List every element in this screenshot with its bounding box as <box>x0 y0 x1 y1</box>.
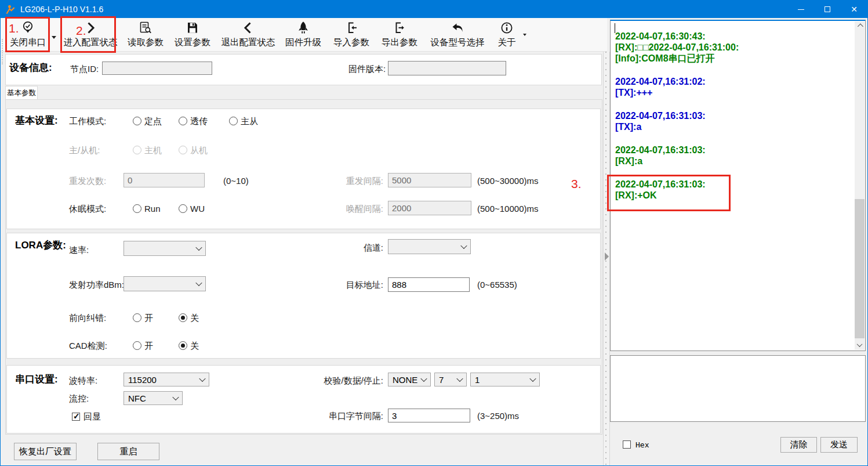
import-icon <box>344 20 359 36</box>
sleep-mode-radio-wu[interactable] <box>179 204 187 213</box>
tab-basic-params[interactable]: 基本参数 <box>5 86 38 100</box>
close-button[interactable]: ✕ <box>841 1 867 18</box>
app-logo-icon <box>5 4 16 15</box>
device-info-title: 设备信息: <box>9 61 52 74</box>
window-title: LG206-L-P-H10 V1.1.6 <box>20 5 103 14</box>
sleep-mode-radio-run[interactable] <box>133 204 141 213</box>
app-window: LG206-L-P-H10 V1.1.6 ✕ 关闭串口 进入配置状态 <box>0 0 868 466</box>
hex-checkbox[interactable] <box>623 440 631 449</box>
wake-interval-hint: (500~10000)ms <box>477 204 538 214</box>
maximize-button[interactable] <box>814 1 841 18</box>
flow-control-select[interactable]: NFC <box>124 391 183 405</box>
resend-interval-hint: (500~30000)ms <box>477 176 538 186</box>
cad-label: CAD检测: <box>69 341 107 352</box>
wake-interval-field: 2000 <box>388 201 471 215</box>
log-entry: 2022-04-07,16:31:03:[RX]:a <box>615 145 851 167</box>
lora-params-group <box>6 233 601 359</box>
send-button[interactable]: 发送 <box>820 437 858 453</box>
chevron-down-icon <box>172 394 179 400</box>
chevron-down-icon <box>456 375 463 382</box>
channel-label: 信道: <box>319 243 383 254</box>
stop-bits-select[interactable]: 1 <box>470 373 540 386</box>
sleep-mode-option-wu-label: WU <box>190 204 205 214</box>
annotation-box-3 <box>607 175 731 211</box>
work-mode-radio-fixed[interactable] <box>133 117 141 125</box>
maximize-icon <box>825 6 830 12</box>
scroll-down-arrow-icon[interactable] <box>855 340 865 350</box>
fec-label: 前向纠错: <box>69 313 106 324</box>
channel-select[interactable] <box>388 239 471 254</box>
clear-button[interactable]: 清除 <box>780 437 817 453</box>
target-address-field[interactable]: 888 <box>388 277 470 292</box>
restart-button[interactable]: 重启 <box>97 443 159 460</box>
fec-radio-on[interactable] <box>133 313 141 322</box>
titlebar: LG206-L-P-H10 V1.1.6 ✕ <box>1 1 867 18</box>
slave-radio <box>179 146 187 154</box>
data-bits-select[interactable]: 7 <box>434 373 467 386</box>
toolbar-button-about[interactable]: 关于 <box>495 20 519 50</box>
master-option-label: 主机 <box>144 145 162 156</box>
splitter-collapse-arrow-icon[interactable] <box>605 252 609 261</box>
echo-checkbox[interactable] <box>72 413 80 421</box>
save-icon <box>185 20 200 36</box>
document-search-icon <box>138 20 153 36</box>
firmware-version-field[interactable] <box>388 61 506 75</box>
toolbar-grip[interactable] <box>2 39 4 64</box>
flow-control-label: 流控: <box>69 393 89 404</box>
work-mode-option-master-slave-label: 主从 <box>241 116 258 127</box>
toolbar-button-exit-config[interactable]: 退出配置状态 <box>219 20 277 50</box>
factory-reset-button[interactable]: 恢复出厂设置 <box>14 443 77 460</box>
rate-select[interactable] <box>124 241 206 256</box>
chevron-down-icon <box>199 375 205 382</box>
close-serial-dropdown-caret-icon[interactable] <box>52 36 56 39</box>
baud-rate-select[interactable]: 115200 <box>124 373 209 386</box>
toolbar-button-firmware-upgrade[interactable]: 固件升级 <box>282 20 324 50</box>
fec-on-label: 开 <box>144 313 153 324</box>
chevron-down-icon <box>529 375 536 382</box>
target-address-hint: (0~65535) <box>477 280 517 290</box>
serial-settings-title: 串口设置: <box>15 373 58 386</box>
toolbar-button-export-params[interactable]: 导出参数 <box>379 20 420 50</box>
toolbar-overflow-caret-icon[interactable] <box>523 34 526 36</box>
log-scrollbar[interactable] <box>855 21 865 350</box>
node-id-field[interactable] <box>102 62 212 75</box>
annotation-number-1: 1. <box>9 21 19 35</box>
toolbar-button-read-params[interactable]: 读取参数 <box>125 20 166 50</box>
scrollbar-thumb[interactable] <box>855 199 865 338</box>
parity-select[interactable]: NONE <box>388 373 431 386</box>
cad-off-label: 关 <box>190 341 199 352</box>
toolbar-button-import-params[interactable]: 导入参数 <box>331 20 372 50</box>
minimize-button[interactable] <box>787 1 814 18</box>
log-entry: 2022-04-07,16:30:43:[RX]:□□2022-04-07,16… <box>615 31 851 64</box>
toolbar-button-device-model-select[interactable]: 设备型号选择 <box>427 20 488 50</box>
resend-count-field: 0 <box>124 173 205 187</box>
panel-splitter[interactable] <box>603 52 610 466</box>
log-entry: 2022-04-07,16:31:03:[TX]:a <box>615 110 851 132</box>
lora-params-title: LORA参数: <box>15 239 66 252</box>
resend-count-hint: (0~10) <box>223 176 249 186</box>
work-mode-option-fixed-label: 定点 <box>144 116 162 127</box>
resend-interval-field: 5000 <box>388 173 471 187</box>
byte-interval-hint: (3~250)ms <box>477 411 519 421</box>
chevron-down-icon <box>460 243 467 249</box>
minimize-icon <box>798 9 804 10</box>
cad-radio-on[interactable] <box>133 341 141 350</box>
annotation-box-2 <box>60 16 116 53</box>
cad-radio-off[interactable] <box>179 341 187 350</box>
cad-on-label: 开 <box>144 341 153 352</box>
work-mode-radio-master-slave[interactable] <box>229 117 238 125</box>
fec-radio-off[interactable] <box>179 313 187 322</box>
byte-interval-field[interactable]: 3 <box>388 409 470 422</box>
toolbar-button-write-params[interactable]: 设置参数 <box>172 20 213 50</box>
send-message-input[interactable] <box>610 355 866 422</box>
byte-interval-label: 串口字节间隔: <box>314 411 383 422</box>
parity-data-stop-label: 校验/数据/停止: <box>308 375 383 386</box>
close-icon: ✕ <box>851 5 858 13</box>
work-mode-radio-transparent[interactable] <box>179 117 187 125</box>
export-icon <box>392 20 407 36</box>
scroll-up-arrow-icon[interactable] <box>855 21 865 31</box>
tx-power-select[interactable] <box>124 276 206 291</box>
resend-interval-label: 重发间隔: <box>319 176 383 187</box>
chevron-down-icon <box>420 375 427 382</box>
wake-interval-label: 唤醒间隔: <box>319 204 383 215</box>
